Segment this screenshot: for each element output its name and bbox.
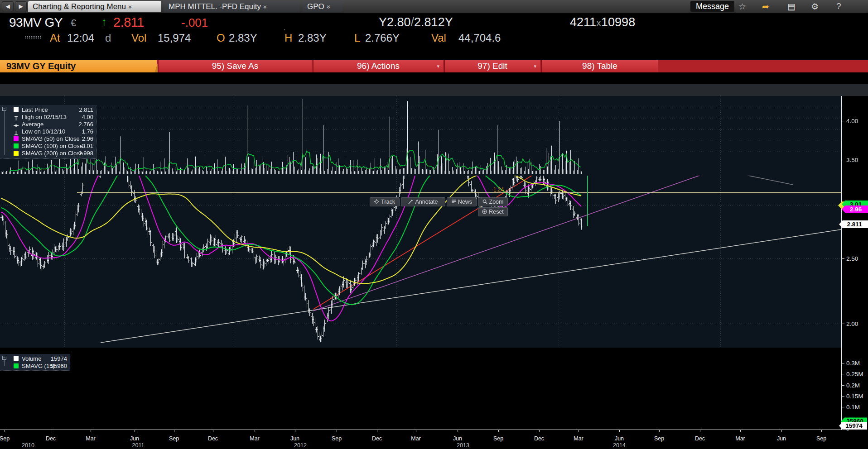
message-button[interactable]: Message: [690, 1, 734, 12]
zoom-icon: [482, 199, 487, 204]
legend-row[interactable]: SMAVG (15)35960: [0, 362, 70, 369]
caret-down-icon: ▾: [437, 60, 439, 72]
price-change: -.001: [181, 16, 208, 30]
time-axis-year-label: 2011: [132, 442, 145, 449]
time-axis-month-label: Sep: [332, 435, 342, 442]
settings-gear-icon[interactable]: ⚙: [811, 1, 819, 12]
nav-back-icon[interactable]: ◀: [2, 1, 14, 11]
legend-value: 1.76: [82, 128, 93, 135]
news-button[interactable]: News: [447, 197, 477, 206]
time-axis-tick: [539, 430, 540, 432]
legend-row[interactable]: SMAVG (50) on Close2.96: [0, 135, 96, 142]
legend-avg-icon: [14, 122, 19, 127]
legend-label: Volume: [22, 355, 41, 362]
legend-value: 2.811: [79, 106, 93, 113]
function-button-table[interactable]: 98) Table: [541, 60, 658, 72]
time-axis-tick: [659, 430, 660, 432]
volume-axis-label: 0.25M: [846, 371, 863, 377]
nav-forward-icon[interactable]: ▶: [15, 1, 27, 11]
volume-axis-tick: [842, 407, 844, 407]
volume-axis-label: 0.2M: [846, 382, 860, 388]
time-axis-tick: [458, 430, 458, 432]
legend-row[interactable]: SMAVG (200) on Close2.998: [0, 149, 96, 157]
price-axis-label: 2.50: [846, 255, 858, 262]
volume-axis-tick: [842, 374, 844, 374]
time-axis-line: [0, 430, 842, 430]
at-label: At: [50, 32, 60, 44]
time-axis-tick: [135, 430, 135, 432]
tab-label: MPH MITTEL. -PFD Equity: [169, 2, 261, 11]
legend-row[interactable]: Volume15974: [0, 355, 70, 362]
time-axis-year-label: 2014: [613, 442, 626, 449]
time-axis-month-label: Mar: [411, 435, 421, 442]
time-axis-month-label: Jun: [777, 435, 786, 442]
annotate-icon: [408, 199, 413, 204]
currency-symbol: €: [71, 17, 76, 29]
open-label: O: [217, 32, 225, 44]
reset-button[interactable]: Reset: [478, 207, 508, 216]
track-icon: [374, 199, 379, 204]
legend-swatch-icon: [14, 151, 19, 156]
time-axis-month-label: Sep: [816, 435, 826, 442]
legend-value: 3.01: [82, 143, 93, 149]
function-button-label: 98) Table: [582, 61, 617, 71]
legend-label: High on 02/15/13: [22, 114, 67, 120]
annotate-button[interactable]: Annotate: [401, 197, 445, 206]
track-button[interactable]: Track: [370, 197, 400, 206]
legend-label: Low on 10/12/10: [22, 128, 65, 135]
volume-axis-label: 0.1M: [846, 404, 860, 411]
legend-row[interactable]: Average2.766: [0, 120, 96, 128]
tab-label: GPO: [307, 2, 324, 11]
vol-label: Vol: [131, 32, 146, 44]
low-label: L: [354, 32, 360, 44]
high-value: 2.83Y: [298, 32, 327, 44]
open-value: 2.83Y: [229, 32, 257, 44]
legend-label: SMAVG (100) on Close: [22, 143, 83, 149]
time-axis-tick: [174, 430, 174, 432]
report-list-icon[interactable]: ▤: [787, 1, 796, 12]
favorite-star-icon[interactable]: ☆: [738, 1, 746, 12]
volume-axis-label: 0.15M: [846, 392, 863, 399]
function-button-saveas[interactable]: 95) Save As: [158, 60, 312, 72]
help-icon[interactable]: ?: [836, 1, 841, 11]
tab-gpo[interactable]: GPO»: [303, 1, 342, 12]
volume-legend-panel: − Volume15974SMAVG (15)35960: [0, 354, 70, 371]
legend-label: SMAVG (200) on Close: [22, 150, 83, 157]
legend-swatch-icon: [14, 143, 19, 148]
time-axis-tick: [337, 430, 337, 432]
export-share-icon[interactable]: ➦: [762, 1, 769, 12]
function-button-actions[interactable]: 96) Actions▾: [313, 60, 443, 72]
legend-low-icon: [14, 129, 19, 134]
legend-label: Last Price: [22, 106, 48, 113]
chart-settings-toolbar: 09/01/2009 - 03/19/2014 Last Price ▼ Bar…: [0, 72, 868, 84]
legend-row[interactable]: High on 02/15/134.00: [0, 113, 96, 120]
legend-row[interactable]: Last Price2.811: [0, 106, 96, 113]
price-badge-2.96: 2.96: [842, 205, 868, 213]
price-axis-tick: [842, 258, 844, 259]
security-tab[interactable]: 93MV GY Equity: [0, 60, 157, 72]
legend-row[interactable]: Low on 10/12/101.76: [0, 128, 96, 135]
tab-charting-reporting-menu[interactable]: Charting & Reporting Menu»: [28, 1, 161, 12]
volume-chart-canvas[interactable]: [0, 96, 841, 176]
at-time: 12:04: [67, 32, 94, 44]
time-axis-tick: [91, 430, 91, 432]
bloomberg-terminal-window: ◀ ▶ Charting & Reporting Menu» MPH MITTE…: [0, 0, 868, 449]
price-axis-line: [841, 96, 842, 430]
legend-value: 4.00: [82, 114, 93, 120]
time-axis-tick: [740, 430, 741, 432]
news-icon: [451, 199, 456, 204]
function-button-edit[interactable]: 97) Edit▾: [444, 60, 540, 72]
time-axis-month-label: Jun: [130, 435, 139, 442]
volume-axis-tick: [842, 396, 844, 396]
zoom-button[interactable]: Zoom: [478, 197, 508, 206]
time-axis-tick: [700, 430, 700, 432]
legend-row[interactable]: SMAVG (100) on Close3.01: [0, 142, 96, 149]
tab-security[interactable]: MPH MITTEL. -PFD Equity»: [164, 1, 300, 12]
time-axis-tick: [498, 430, 499, 432]
time-axis-month-label: Dec: [695, 435, 705, 442]
time-axis-month-label: Mar: [86, 435, 96, 442]
price-axis-label: 2.00: [846, 320, 858, 327]
time-axis-month-label: Sep: [169, 435, 179, 442]
price-badge-2.811: 2.811: [839, 220, 868, 228]
price-axis-tick: [842, 121, 844, 121]
